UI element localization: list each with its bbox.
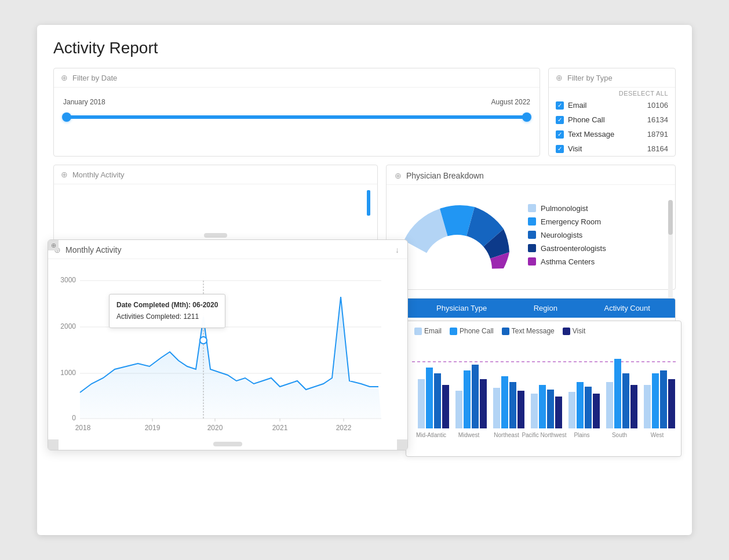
floating-card-header: ⊕ Monthly Activity ↓ — [48, 240, 407, 259]
floating-card-title: Monthly Activity — [65, 245, 121, 254]
bar-legend-item-1: Phone Call — [450, 327, 494, 335]
svg-rect-29 — [493, 388, 500, 428]
page-title: Activity Report — [53, 39, 676, 57]
bar-legend-color-3 — [563, 328, 570, 335]
scrollbar-thumb[interactable] — [668, 200, 673, 235]
bar-chart-area: Mid-Atlantic Midwest Northeast Pacific N… — [406, 339, 681, 456]
svg-rect-40 — [593, 394, 600, 428]
main-card: Activity Report ⊕ Filter by Date January… — [37, 25, 692, 535]
svg-rect-27 — [472, 365, 479, 428]
legend-item-0: Pulmonologist — [528, 204, 668, 213]
legend-color-2 — [528, 231, 536, 239]
bar-legend: EmailPhone CallText MessageVisit — [406, 321, 681, 339]
checkbox-1[interactable] — [556, 116, 564, 124]
svg-rect-31 — [509, 382, 516, 428]
filter-count-1: 16134 — [647, 115, 668, 124]
svg-rect-24 — [442, 385, 449, 428]
bar-legend-item-3: Visit — [563, 327, 585, 335]
svg-rect-48 — [668, 379, 675, 428]
checkbox-3[interactable] — [556, 145, 564, 153]
svg-text:0: 0 — [72, 414, 76, 422]
physician-scrollbar[interactable] — [668, 200, 673, 304]
svg-rect-36 — [555, 397, 562, 428]
svg-rect-47 — [660, 370, 667, 428]
resize-tl[interactable]: ⊕ — [48, 240, 59, 250]
date-slider[interactable] — [54, 108, 540, 128]
svg-text:South: South — [612, 432, 627, 438]
svg-rect-21 — [418, 379, 425, 428]
date-start-label: January 2018 — [63, 98, 105, 106]
filter-label-2: Text Message — [568, 130, 614, 139]
floating-monthly-card: ⊕ ⊕ Monthly Activity ↓ Date Completed (M… — [48, 239, 408, 450]
svg-rect-32 — [517, 391, 524, 428]
scroll-handle-bottom[interactable] — [204, 233, 227, 238]
drag-icon: ⊕ — [61, 73, 68, 82]
checkbox-2[interactable] — [556, 130, 564, 139]
drag-icon-type: ⊕ — [556, 73, 563, 82]
legend-label-0: Pulmonologist — [541, 204, 588, 213]
filter-rows: Email 10106 Phone Call 16134 Text Messag… — [549, 98, 675, 156]
checkbox-0[interactable] — [556, 101, 564, 110]
svg-rect-46 — [652, 373, 659, 428]
svg-text:Mid-Atlantic: Mid-Atlantic — [416, 432, 446, 438]
svg-text:2021: 2021 — [272, 424, 288, 432]
bar-legend-item-0: Email — [414, 327, 442, 335]
svg-text:Midwest: Midwest — [458, 432, 480, 438]
physician-title: Physician Breakdown — [406, 171, 484, 180]
filter-label-1: Phone Call — [568, 115, 605, 124]
slider-track[interactable] — [63, 115, 530, 119]
chart-area: Date Completed (Mth): 06-2020 Activities… — [48, 259, 407, 450]
monthly-bg-header: ⊕ Monthly Activity — [54, 165, 377, 184]
svg-text:Northeast: Northeast — [494, 432, 519, 438]
export-icon[interactable]: ↓ — [395, 245, 399, 254]
legend-color-3 — [528, 244, 536, 252]
svg-text:1000: 1000 — [60, 369, 76, 377]
table-header-4: Region — [526, 299, 596, 318]
slider-fill — [63, 115, 530, 119]
slider-thumb-left[interactable] — [62, 112, 71, 122]
physician-content: Pulmonologist Emergency Room Neurologist… — [387, 185, 675, 289]
svg-rect-33 — [531, 394, 538, 428]
physician-legend: Pulmonologist Emergency Room Neurologist… — [528, 204, 668, 271]
bar-chart-svg: Mid-Atlantic Midwest Northeast Pacific N… — [412, 339, 676, 449]
legend-label-2: Neurologists — [541, 231, 582, 239]
svg-rect-26 — [464, 370, 471, 428]
deselect-all[interactable]: DESELECT ALL — [549, 88, 675, 98]
filter-count-0: 10106 — [647, 101, 668, 110]
table-header-3: Physician Type — [428, 299, 526, 318]
chart-scroll-handle[interactable] — [213, 442, 242, 446]
svg-rect-39 — [585, 387, 592, 428]
filter-label-0: Email — [568, 101, 587, 110]
svg-rect-37 — [568, 392, 575, 428]
svg-point-10 — [200, 337, 207, 344]
svg-text:Plains: Plains — [574, 432, 589, 438]
svg-rect-23 — [434, 373, 441, 428]
svg-text:Pacific Northwest: Pacific Northwest — [522, 432, 566, 438]
filter-row-phone-call[interactable]: Phone Call 16134 — [549, 112, 675, 127]
drag-icon-monthly: ⊕ — [61, 170, 68, 179]
filter-type-panel: ⊕ Filter by Type DESELECT ALL Email 1010… — [548, 68, 676, 157]
filter-row-email[interactable]: Email 10106 — [549, 98, 675, 112]
bar-legend-color-1 — [450, 328, 457, 335]
bar-legend-color-0 — [414, 328, 422, 335]
svg-rect-28 — [480, 379, 487, 428]
bar-chart-panel: EmailPhone CallText MessageVisit — [406, 321, 681, 457]
svg-rect-22 — [426, 368, 433, 428]
svg-rect-44 — [630, 385, 637, 428]
filter-date-label: Filter by Date — [72, 74, 117, 82]
svg-text:2018: 2018 — [75, 424, 91, 432]
svg-text:West: West — [651, 432, 664, 438]
bar-legend-item-2: Text Message — [502, 327, 555, 335]
filter-date-header: ⊕ Filter by Date — [54, 68, 540, 88]
filter-row-text-message[interactable]: Text Message 18791 — [549, 127, 675, 141]
legend-label-4: Asthma Centers — [541, 257, 595, 266]
legend-color-4 — [528, 257, 536, 266]
filter-row-visit[interactable]: Visit 18164 — [549, 141, 675, 156]
svg-rect-45 — [644, 385, 651, 428]
svg-rect-42 — [614, 359, 621, 428]
slider-thumb-right[interactable] — [522, 112, 531, 122]
physician-header: ⊕ Physician Breakdown — [387, 165, 675, 185]
legend-item-2: Neurologists — [528, 231, 668, 239]
svg-text:2022: 2022 — [336, 424, 352, 432]
svg-text:2020: 2020 — [207, 424, 223, 432]
